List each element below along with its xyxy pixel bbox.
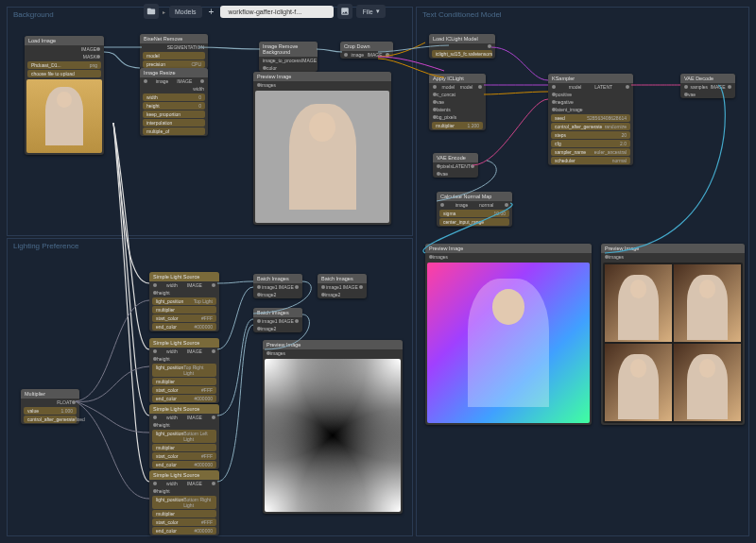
node-batch-3[interactable]: Batch Images image1IMAGE image2 — [318, 274, 367, 298]
node-bisenet[interactable]: BiseNet Remove SEGMENTATION model precis… — [140, 34, 208, 69]
node-apply-iclight[interactable]: Apply ICLight modelmodel c_concat vae la… — [429, 74, 486, 130]
node-simple-light-1[interactable]: Simple Light Source widthIMAGE height li… — [149, 272, 219, 331]
models-button[interactable]: Models — [169, 6, 202, 18]
panel-title: Lighting Preference — [8, 239, 412, 253]
model-field[interactable]: model — [143, 52, 205, 59]
node-ksampler[interactable]: KSampler modelLATENT positive negative l… — [548, 74, 633, 165]
precision-field[interactable]: precisionCPU — [143, 60, 205, 68]
file-menu[interactable]: File ▾ — [356, 5, 385, 18]
folder-icon[interactable] — [144, 4, 159, 19]
node-remove-bg[interactable]: Image Remove Background image_to_process… — [259, 42, 318, 72]
node-simple-light-2[interactable]: Simple Light Source widthIMAGE height li… — [149, 338, 219, 403]
node-vae-decode[interactable]: VAE Decode samplesIMAGE vae — [680, 74, 735, 98]
preview-removed-bg — [255, 91, 389, 223]
load-image-preview — [26, 79, 102, 153]
file-name-field[interactable]: Phduast_D1...png — [27, 61, 101, 69]
panel-title: Text Conditioned Model — [417, 8, 748, 22]
node-vae-encode[interactable]: VAE Encode pixelsLATENT vae — [433, 153, 478, 178]
chevron-down-icon: ▾ — [376, 8, 380, 15]
node-preview-bg[interactable]: Preview Image images — [253, 72, 391, 225]
preview-output-grid — [603, 263, 743, 423]
node-multiplier[interactable]: Multiplier FLOAT value1.000 control_afte… — [21, 389, 79, 424]
node-preview-normal[interactable]: Preview Image images — [425, 244, 592, 425]
node-batch-2[interactable]: Batch Images image1IMAGE image2 — [253, 308, 302, 332]
node-load-iclight[interactable]: Load ICLight Model iclight_sd15_fc.safet… — [429, 34, 495, 59]
workflow-name-field[interactable]: workflow-gaffer-iclight-f... — [220, 6, 334, 18]
node-preview-light[interactable]: Preview Image images — [263, 340, 403, 514]
preview-light-mask — [265, 359, 401, 512]
top-toolbar: ▸ Models + workflow-gaffer-iclight-f... … — [144, 4, 386, 19]
image-icon[interactable] — [337, 4, 352, 19]
upload-button[interactable]: choose file to upload — [27, 70, 101, 77]
node-preview-final[interactable]: Preview Image images — [601, 244, 745, 425]
chevron-right-icon: ▸ — [163, 8, 165, 15]
iclight-model-field[interactable]: iclight_sd15_fc.safetensors — [432, 50, 492, 58]
preview-normal-map — [427, 263, 590, 423]
node-load-image[interactable]: Load Image IMAGE MASK Phduast_D1...png c… — [25, 36, 104, 155]
node-image-resize[interactable]: Image Resize imageIMAGE width width0 hei… — [140, 68, 208, 136]
node-batch-1[interactable]: Batch Images image1IMAGE image2 — [253, 274, 302, 298]
add-icon[interactable]: + — [206, 7, 217, 17]
node-simple-light-4[interactable]: Simple Light Source widthIMAGE height li… — [149, 470, 219, 535]
node-calc-normal[interactable]: Calculate Normal Map imagenormal sigma10… — [437, 192, 512, 227]
node-simple-light-3[interactable]: Simple Light Source widthIMAGE height li… — [149, 404, 219, 469]
node-crop-down[interactable]: Crop Down imageIMAGE — [340, 42, 393, 59]
